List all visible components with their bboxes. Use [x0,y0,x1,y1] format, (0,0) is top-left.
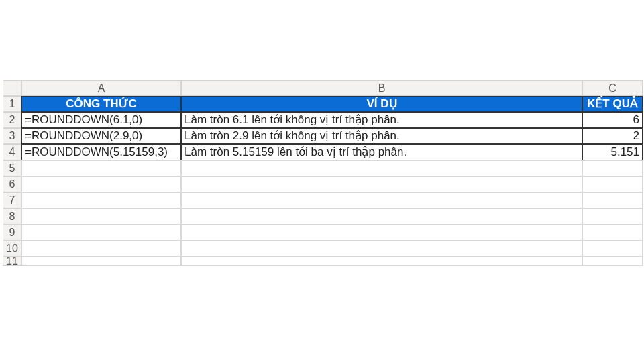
cell-C9[interactable] [582,225,643,241]
cell-B10[interactable] [181,241,582,257]
cell-A4[interactable]: =ROUNDDOWN(5.15159,3) [21,144,181,160]
row-header-9[interactable]: 9 [3,225,21,241]
cell-C1[interactable]: KẾT QUẢ [582,96,643,112]
cell-A1[interactable]: CÔNG THỨC [21,96,181,112]
cell-A7[interactable] [21,192,181,208]
row-header-11[interactable]: 11 [3,257,21,266]
cell-A11[interactable] [21,257,181,266]
col-header-A[interactable]: A [21,80,181,96]
cell-A3[interactable]: =ROUNDDOWN(2.9,0) [21,128,181,144]
cell-B6[interactable] [181,176,582,192]
cell-C8[interactable] [582,208,643,225]
row-header-5[interactable]: 5 [3,160,21,176]
spreadsheet-grid[interactable]: A B C 1 CÔNG THỨC VÍ DỤ KẾT QUẢ 2 =ROUND… [3,80,643,266]
row-header-1[interactable]: 1 [3,96,21,112]
cell-C3[interactable]: 2 [582,128,643,144]
cell-A8[interactable] [21,208,181,225]
row-header-7[interactable]: 7 [3,192,21,208]
cell-A6[interactable] [21,176,181,192]
row-header-6[interactable]: 6 [3,176,21,192]
cell-B3[interactable]: Làm tròn 2.9 lên tới không vị trí thập p… [181,128,582,144]
cell-C6[interactable] [582,176,643,192]
row-header-10[interactable]: 10 [3,241,21,257]
cell-B7[interactable] [181,192,582,208]
cell-A5[interactable] [21,160,181,176]
cell-C2[interactable]: 6 [582,112,643,128]
cell-C4[interactable]: 5.151 [582,144,643,160]
row-header-3[interactable]: 3 [3,128,21,144]
select-all-corner[interactable] [3,80,21,96]
cell-B1[interactable]: VÍ DỤ [181,96,582,112]
cell-B11[interactable] [181,257,582,266]
row-header-2[interactable]: 2 [3,112,21,128]
cell-A2[interactable]: =ROUNDDOWN(6.1,0) [21,112,181,128]
cell-B9[interactable] [181,225,582,241]
cell-C5[interactable] [582,160,643,176]
cell-B5[interactable] [181,160,582,176]
cell-B8[interactable] [181,208,582,225]
col-header-C[interactable]: C [582,80,643,96]
row-header-8[interactable]: 8 [3,208,21,225]
cell-B4[interactable]: Làm tròn 5.15159 lên tới ba vị trí thập … [181,144,582,160]
cell-C7[interactable] [582,192,643,208]
cell-C10[interactable] [582,241,643,257]
cell-C11[interactable] [582,257,643,266]
cell-B2[interactable]: Làm tròn 6.1 lên tới không vị trí thập p… [181,112,582,128]
col-header-B[interactable]: B [181,80,582,96]
row-header-4[interactable]: 4 [3,144,21,160]
cell-A10[interactable] [21,241,181,257]
cell-A9[interactable] [21,225,181,241]
